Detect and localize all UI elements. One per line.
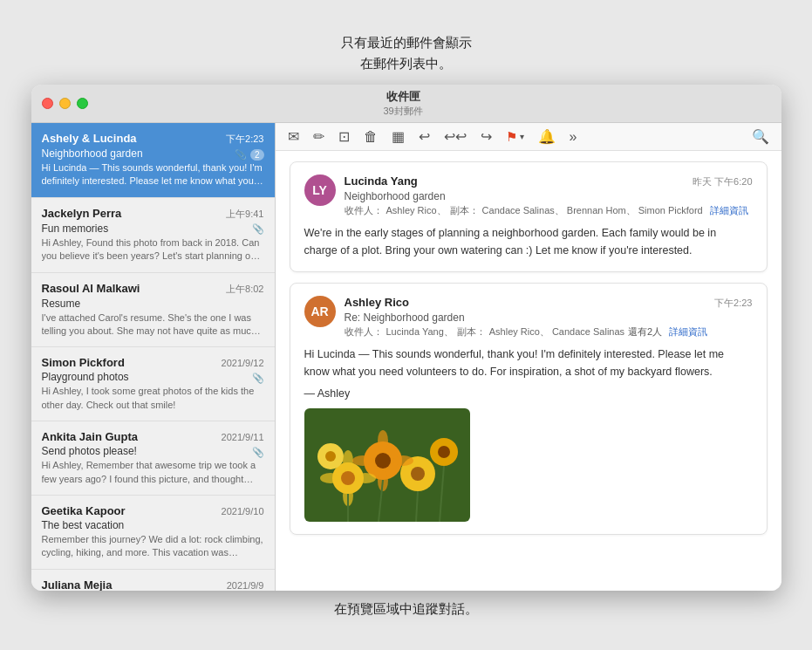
message-time: 2021/9/11 [222,432,264,442]
to-field: Ashley Rico、 [386,204,447,217]
message-subject: Playground photos [42,371,129,383]
svg-point-17 [352,455,373,466]
email-thread: LY Lucinda Yang 昨天 下午6:20 Neighborhood g… [276,151,781,545]
attachment-icon: 📎 [252,373,264,384]
detail-link[interactable]: 詳細資訊 [669,325,707,339]
message-list[interactable]: Ashely & Lucinda 下午2:23 Neighborhood gar… [31,123,276,591]
message-preview: Remember this journey? We did a lot: roc… [42,533,264,560]
list-item[interactable]: Ashely & Lucinda 下午2:23 Neighborhood gar… [31,123,275,198]
more-icon[interactable]: » [570,129,577,145]
reply-icon[interactable]: ↩ [419,128,430,145]
mailbox-title: 收件匣 [386,89,420,105]
email-date: 下午2:23 [714,297,752,310]
list-item[interactable]: Jackelyn Perra 上午9:41 Fun memories 📎 Hi … [31,198,275,273]
message-subject: Resume [42,298,81,310]
email-body: Hi Lucinda — This sounds wonderful, than… [304,346,753,380]
email-card: LY Lucinda Yang 昨天 下午6:20 Neighborhood g… [290,161,768,272]
email-subject: Re: Neighborhood garden [345,311,753,324]
svg-point-2 [341,471,355,485]
flag-icon: ⚑ [506,129,517,145]
message-sender: Jackelyn Perra [42,207,122,220]
email-recipients: 收件人： Ashley Rico、 副本： Candace Salinas、 B… [345,204,753,217]
forward-icon[interactable]: ↪ [481,128,492,145]
trash-icon[interactable]: 🗑 [364,129,378,145]
list-item[interactable]: Juliana Mejia 2021/9/9 New hiking trail … [31,570,275,591]
email-preview-panel: ✉ ✏ ⊡ 🗑 ▦ ↩ ↩↩ ↪ ⚑ ▾ 🔔 » 🔍 LY [276,123,781,591]
email-signature: — Ashley [304,387,753,400]
message-sender: Simon Pickford [42,356,125,369]
edit-icon[interactable]: ✏ [313,128,324,145]
reply-all-icon[interactable]: ↩↩ [444,128,467,145]
title-bar: 收件匣 39封郵件 [31,85,781,123]
avatar: AR [304,296,336,327]
email-subject: Neighborhood garden [345,190,753,202]
flower-image [304,408,470,522]
cc-label: 副本： [450,204,479,217]
message-time: 上午9:41 [226,208,263,221]
email-card: AR Ashley Rico 下午2:23 Re: Neighborhood g… [290,283,768,535]
move-icon[interactable]: ▦ [392,128,405,145]
message-time: 2021/9/10 [222,506,264,517]
email-recipients: 收件人： Lucinda Yang、 副本： Ashley Rico、 Cand… [345,325,753,339]
svg-point-15 [378,430,388,451]
svg-point-13 [320,473,341,483]
svg-point-10 [325,451,336,462]
cc-field: Ashley Rico、 Candace Salinas [489,325,624,339]
message-time: 2021/9/9 [227,580,264,591]
message-badge: 2 [250,149,264,161]
message-preview: Hi Lucinda — This sounds wonderful, than… [42,161,264,188]
email-from: Lucinda Yang [345,174,418,188]
notification-icon[interactable]: 🔔 [538,128,556,145]
message-preview: Hi Ashley, Found this photo from back in… [42,236,264,263]
email-meta: Ashley Rico 下午2:23 Re: Neighborhood gard… [345,296,753,339]
main-content: Ashely & Lucinda 下午2:23 Neighborhood gar… [31,123,781,591]
svg-point-4 [375,453,391,469]
message-sender: Geetika Kapoor [42,504,126,517]
message-sender: Ankita Jain Gupta [42,430,139,443]
cc-label: 副本： [457,325,486,339]
annotation-top: 只有最近的郵件會顯示 在郵件列表中。 [341,32,472,74]
svg-point-14 [355,473,376,483]
avatar: LY [304,174,336,206]
email-date: 昨天 下午6:20 [693,175,752,188]
to-field: Lucinda Yang、 [386,325,454,339]
message-subject: Fun memories [42,222,109,235]
message-sender: Juliana Mejia [42,578,113,591]
title-info: 收件匣 39封郵件 [36,89,771,118]
message-sender: Rasoul Al Malkawi [42,282,140,295]
message-subject: Neighborhood garden [42,147,143,160]
attachment-icon: 📎 [252,447,264,458]
attachment-icon: 📎 [252,223,264,235]
detail-link[interactable]: 詳細資訊 [710,204,748,217]
archive-icon[interactable]: ⊡ [338,128,350,145]
email-from: Ashley Rico [345,296,409,309]
message-subject: The best vacation [42,519,125,531]
mailbox-count: 39封郵件 [383,105,422,118]
message-preview: I've attached Carol's resume. She's the … [42,311,264,339]
email-body: We're in the early stages of planning a … [304,224,753,259]
flag-dropdown-icon: ▾ [520,132,524,141]
cc-field: Candace Salinas、 Brennan Hom、 Simon Pick… [482,204,703,217]
svg-point-11 [343,450,353,471]
list-item[interactable]: Rasoul Al Malkawi 上午8:02 Resume I've att… [31,273,275,348]
attachment-icon: 📎 [235,149,247,161]
svg-point-6 [411,467,425,481]
message-subject: Send photos please! [42,445,137,457]
list-item[interactable]: Geetika Kapoor 2021/9/10 The best vacati… [31,496,275,570]
list-item[interactable]: Simon Pickford 2021/9/12 Playground phot… [31,347,275,421]
message-preview: Hi Ashley, Remember that awesome trip we… [42,459,264,486]
message-time: 下午2:23 [226,133,263,146]
message-preview: Hi Ashley, I took some great photos of t… [42,385,264,412]
email-meta: Lucinda Yang 昨天 下午6:20 Neighborhood gard… [345,174,753,217]
svg-point-18 [392,455,413,466]
search-icon[interactable]: 🔍 [752,128,769,145]
svg-point-8 [438,446,450,458]
message-time: 2021/9/12 [222,358,264,368]
flag-button[interactable]: ⚑ ▾ [506,129,524,145]
message-time: 上午8:02 [226,283,263,296]
list-item[interactable]: Ankita Jain Gupta 2021/9/11 Send photos … [31,421,275,496]
message-sender: Ashely & Lucinda [42,132,137,145]
compose-icon[interactable]: ✉ [288,128,299,145]
recipients-label: 收件人： [345,204,383,217]
annotation-bottom: 在預覽區域中追蹤對話。 [334,601,478,618]
